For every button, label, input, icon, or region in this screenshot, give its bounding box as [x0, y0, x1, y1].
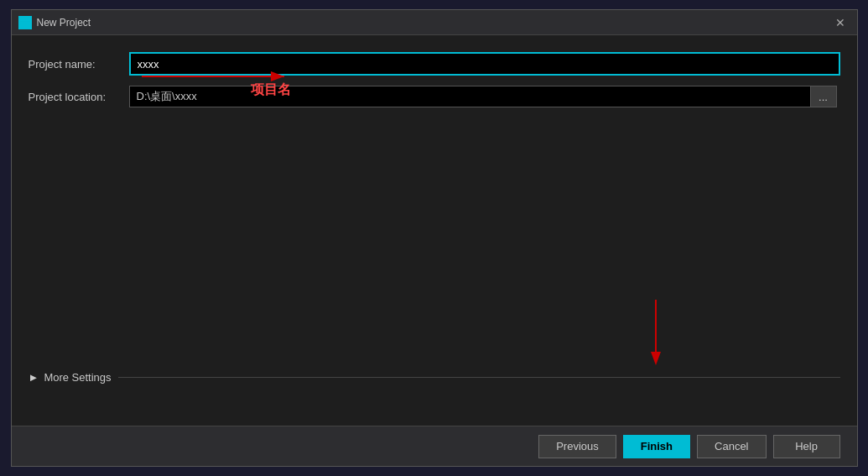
more-settings-section: ► More Settings	[12, 371, 857, 384]
project-location-label: Project location:	[29, 91, 129, 103]
dialog-footer: Previous Finish Cancel Help	[12, 426, 857, 466]
previous-button[interactable]: Previous	[538, 435, 616, 458]
help-button[interactable]: Help	[773, 435, 840, 458]
project-location-row: Project location: ...	[29, 86, 840, 107]
project-location-input[interactable]	[129, 86, 810, 107]
browse-button[interactable]: ...	[810, 86, 837, 107]
title-bar-left: New Project	[18, 16, 91, 29]
finish-button[interactable]: Finish	[623, 435, 690, 458]
svg-rect-0	[20, 18, 30, 28]
chevron-right-icon: ►	[29, 371, 39, 384]
title-bar: New Project ✕	[12, 10, 857, 35]
dialog-title: New Project	[37, 17, 91, 29]
more-settings-divider	[118, 377, 840, 378]
annotation-arrow-down	[635, 300, 677, 367]
more-settings-label: More Settings	[44, 371, 111, 384]
dialog-body: Project name: 项目名 Project location: ...	[12, 35, 857, 426]
location-input-wrapper: ...	[129, 86, 840, 107]
cancel-button[interactable]: Cancel	[697, 435, 766, 458]
more-settings-toggle[interactable]: ► More Settings	[29, 371, 112, 384]
project-name-label: Project name:	[29, 58, 129, 71]
annotation-arrow-horizontal	[142, 67, 293, 86]
dialog-icon	[18, 16, 32, 29]
close-button[interactable]: ✕	[830, 13, 850, 32]
new-project-dialog: New Project ✕ Project name: 项目名 Project …	[11, 9, 858, 467]
